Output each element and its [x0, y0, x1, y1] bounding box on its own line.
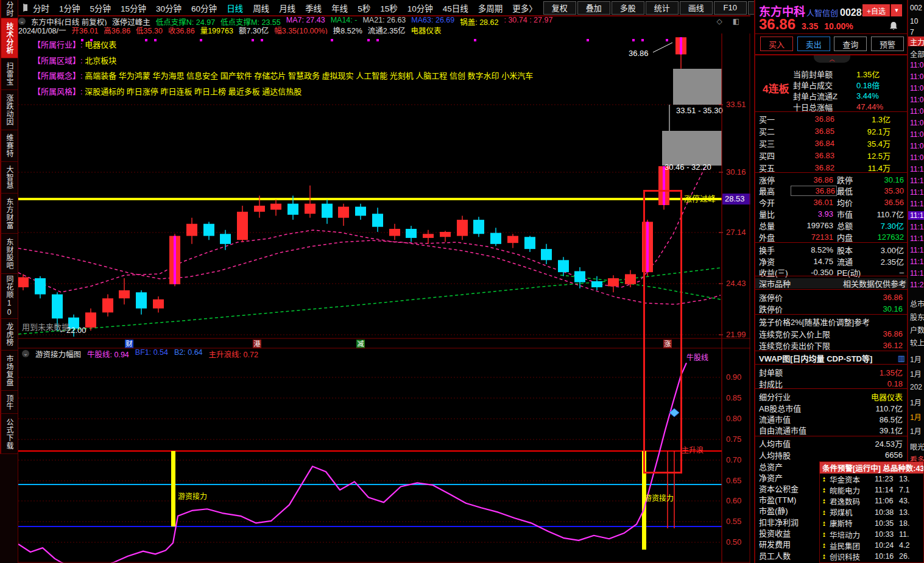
toolbar-统计[interactable]: 统计 — [646, 1, 679, 15]
menu-item-5秒[interactable]: 5秒 — [353, 2, 375, 14]
panel-toggle-icon[interactable]: ◧ — [733, 17, 739, 26]
menu-item-分时[interactable]: 分时 — [28, 2, 54, 14]
sidebar-item-市场复盘[interactable]: 市场复盘 — [0, 351, 18, 391]
toolbar-叠加[interactable]: 叠加 — [577, 1, 610, 15]
alert-row[interactable]: ▲▲华金资本11:2313. — [820, 474, 923, 484]
sidebar-item-龙虎榜[interactable]: 龙虎榜 — [0, 319, 18, 351]
quote-row: 人均市值24.53万 — [759, 438, 905, 449]
tick-time: 11:0 — [910, 84, 923, 93]
indicator-label: 牛股线 — [686, 353, 708, 362]
row-value: 86.5亿 — [880, 413, 903, 425]
menu-item-1分钟[interactable]: 1分钟 — [54, 2, 85, 14]
quote-row: 人均持股6656 — [759, 449, 905, 460]
menu-item-日线[interactable]: 日线 — [222, 2, 248, 14]
tick-time: 11:1 — [910, 234, 923, 243]
row-label: 投资收益 — [759, 527, 791, 539]
layout-icon[interactable] — [23, 4, 24, 12]
menu-item-年线[interactable]: 年线 — [326, 2, 353, 14]
clipped-tab[interactable]: 主力 — [908, 37, 924, 46]
menu-item-45日线[interactable]: 45日线 — [438, 2, 473, 14]
section-divider — [755, 242, 909, 243]
alert-value: 13. — [899, 475, 909, 483]
menu-item-5分钟[interactable]: 5分钟 — [85, 2, 116, 14]
row-value: 14.75 — [791, 257, 833, 266]
row-value2: 7.30亿 — [861, 220, 904, 231]
alert-header[interactable]: 条件预警[运行中] 总品种数:438 — [820, 462, 923, 474]
menu-item-60分钟[interactable]: 60分钟 — [186, 2, 222, 14]
clipped-text: 002 — [910, 4, 922, 12]
sidebar-item-东财股吧[interactable]: 东财股吧 — [0, 234, 18, 274]
menu-item-多周期[interactable]: 多周期 — [473, 2, 508, 14]
toolbar-画线[interactable]: 画线 — [680, 1, 713, 15]
row-label: 笼子价格2%[随基准价调整]参考 — [759, 316, 870, 327]
collapse-tab[interactable]: ︿ — [814, 55, 850, 63]
vwap-row[interactable]: VWAP图[日内均量 CDP-STD等]▥ — [759, 352, 905, 363]
toolbar-F10[interactable]: F10 — [714, 1, 747, 15]
candle-body — [338, 207, 349, 218]
sidebar-item-涨跌动因[interactable]: 涨跌动因 — [0, 90, 18, 130]
quote-button-卖出[interactable]: 卖出 — [797, 37, 830, 51]
quote-button-买入[interactable]: 买入 — [760, 37, 793, 51]
chevron-down-icon[interactable]: ⌄ — [18, 18, 26, 25]
sidebar-item-大智慧[interactable]: 大智慧 — [0, 162, 18, 194]
sidebar-item-维赛特[interactable]: 维赛特 — [0, 130, 18, 162]
chart-area[interactable]: 33.51 - 35.3030.46 - 32.2036.86←22.00---… — [18, 33, 750, 563]
sidebar-item-扫雷宝[interactable]: 扫雷宝 — [0, 58, 18, 90]
menu-item-更多〉[interactable]: 更多〉 — [507, 2, 542, 14]
sidebar-item-公式下载[interactable]: 公式下载 — [0, 414, 18, 454]
alert-row[interactable]: ▲▲创识科技10:1626. — [820, 551, 923, 562]
sidebar-item-分时[interactable]: 分时 — [0, 0, 18, 18]
chart-annotation: 用到未来数据 — [22, 323, 69, 332]
alert-stock-name: 君逸数码 — [830, 495, 875, 507]
sidebar-item-技术分析[interactable]: 技术分析 — [0, 18, 18, 58]
menu-item-周线[interactable]: 周线 — [248, 2, 274, 14]
ohlc-segment: 低35.30 — [136, 26, 163, 34]
diamond-tool-icon[interactable]: ◇ — [716, 17, 722, 26]
candle-body — [355, 207, 366, 216]
chart-icon[interactable]: ▥ — [898, 354, 905, 363]
ohlc-segment: 电器仪表 — [411, 26, 442, 34]
alert-time: 11:14 — [875, 486, 899, 494]
watchlist-dropdown-icon[interactable]: ▼ — [890, 4, 902, 16]
add-watchlist-button[interactable]: +自选 — [862, 4, 890, 16]
clipped-text: 股东 — [910, 312, 924, 322]
row-value: 3.93 — [791, 209, 833, 219]
menu-item-15秒[interactable]: 15秒 — [375, 2, 403, 14]
formula-segment: MA7: 27.43 — [286, 17, 325, 26]
alert-row[interactable]: ▲▲华培动力10:3311. — [820, 529, 923, 540]
menu-item-季线[interactable]: 季线 — [300, 2, 326, 14]
indicator-axis-label: 0.80 — [726, 414, 741, 423]
alert-row[interactable]: ▲▲皖能电力11:147.1 — [820, 484, 923, 495]
menu-item-月线[interactable]: 月线 — [274, 2, 300, 14]
section-divider — [755, 276, 909, 276]
alert-row[interactable]: ▲▲益民集团10:244.2 — [820, 540, 923, 551]
indicator-axis-label: 0.65 — [726, 476, 741, 485]
condition-alert-panel: 条件预警[运行中] 总品种数:438 ▲▲华金资本11:2313.▲▲皖能电力1… — [819, 461, 924, 563]
alert-value: 26. — [899, 552, 909, 561]
quote-button-预警[interactable]: 预警 — [871, 37, 904, 51]
menu-item-10分钟[interactable]: 10分钟 — [403, 2, 438, 14]
candle-body — [591, 281, 602, 287]
chart-canvas[interactable]: 33.51 - 35.3030.46 - 32.2036.86←22.00---… — [18, 33, 750, 563]
alert-row[interactable]: ▲▲郑煤机10:3813. — [820, 507, 923, 518]
sidebar-item-同花顺10[interactable]: 同花顺10 — [0, 274, 18, 319]
gap-zone-box — [662, 131, 722, 166]
sidebar-item-东方财富[interactable]: 东方财富 — [0, 194, 18, 234]
sidebar-item-顶牛[interactable]: 顶牛 — [0, 391, 18, 414]
tick-time: 11:1 — [910, 177, 923, 185]
toolbar-多股[interactable]: 多股 — [612, 1, 644, 15]
alert-row[interactable]: ▲▲君逸数码11:0643. — [820, 495, 923, 506]
chart-annotation: 36.86 — [629, 49, 649, 58]
candle-body — [305, 204, 316, 214]
quote-button-查询[interactable]: 查询 — [834, 37, 867, 51]
alert-row[interactable]: ▲▲康斯特10:3518. — [820, 518, 923, 529]
row-label: 连续竞价买入价上限 — [759, 328, 830, 340]
chevron-down-icon[interactable]: ⌄ — [22, 350, 29, 357]
alert-stock-name: 皖能电力 — [830, 484, 875, 496]
toolbar-复权[interactable]: 复权 — [543, 1, 576, 15]
bell-icon[interactable] — [889, 21, 898, 32]
price-change: 3.35 — [802, 21, 818, 31]
row-label: 涨停 — [759, 174, 775, 186]
menu-item-15分钟[interactable]: 15分钟 — [116, 2, 151, 14]
menu-item-30分钟[interactable]: 30分钟 — [151, 2, 186, 14]
